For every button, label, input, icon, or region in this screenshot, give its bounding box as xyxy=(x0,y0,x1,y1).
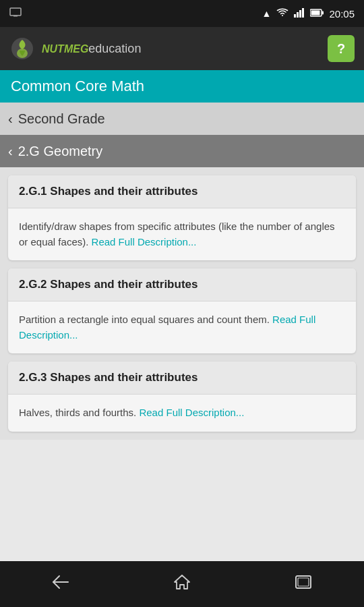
geometry-label: 2.G Geometry xyxy=(18,144,103,159)
second-grade-label: Second Grade xyxy=(18,111,105,127)
svg-rect-7 xyxy=(322,11,324,15)
svg-rect-5 xyxy=(302,8,304,18)
svg-rect-1 xyxy=(13,16,18,17)
logo-nutmeg-text: NUTMEG xyxy=(42,43,88,55)
back-icon xyxy=(51,575,70,594)
card-2g3-text: Halves, thirds and fourths. xyxy=(19,407,136,418)
svg-rect-12 xyxy=(298,578,309,586)
status-bar-left xyxy=(9,7,22,20)
card-2g3-read-more[interactable]: Read Full Description... xyxy=(139,407,244,418)
app-bar: NUTMEGeducation ? xyxy=(0,27,364,70)
home-button[interactable] xyxy=(162,571,202,598)
screen-icon xyxy=(9,7,22,20)
status-bar-right: ▲ 20:05 xyxy=(262,8,355,20)
card-2g2-header: 2.G.2 Shapes and their attributes xyxy=(8,268,356,301)
card-2g2-text: Partition a rectangle into equal squares… xyxy=(19,314,270,325)
card-2g1-read-more[interactable]: Read Full Description... xyxy=(92,236,197,248)
card-2g1-header: 2.G.1 Shapes and their attributes xyxy=(8,175,356,208)
second-grade-header[interactable]: ‹ Second Grade xyxy=(0,103,364,135)
svg-rect-0 xyxy=(10,8,21,16)
signal-icon xyxy=(294,8,305,20)
second-grade-chevron: ‹ xyxy=(8,111,13,127)
logo-education-text: education xyxy=(88,42,141,55)
app-logo: NUTMEGeducation xyxy=(9,36,141,61)
recents-button[interactable] xyxy=(283,571,324,598)
battery-icon xyxy=(310,8,324,19)
app-title: NUTMEGeducation xyxy=(42,42,141,56)
wifi-icon xyxy=(276,8,289,20)
geometry-chevron: ‹ xyxy=(8,144,13,159)
status-bar: ▲ 20:05 xyxy=(0,0,364,27)
card-2g2-body: Partition a rectangle into equal squares… xyxy=(8,301,356,353)
bluetooth-icon: ▲ xyxy=(262,8,272,19)
home-icon xyxy=(173,573,191,595)
card-2g3: 2.G.3 Shapes and their attributes Halves… xyxy=(8,362,356,432)
svg-rect-4 xyxy=(299,10,301,18)
common-core-math-header: Common Core Math xyxy=(0,70,364,103)
card-2g2: 2.G.2 Shapes and their attributes Partit… xyxy=(8,268,356,353)
help-button[interactable]: ? xyxy=(328,35,355,62)
recents-icon xyxy=(295,575,312,594)
card-2g1: 2.G.1 Shapes and their attributes Identi… xyxy=(8,175,356,260)
back-button[interactable] xyxy=(40,571,81,598)
common-core-math-title: Common Core Math xyxy=(11,78,144,95)
card-2g1-body: Identify/draw shapes from specific attri… xyxy=(8,208,356,260)
svg-rect-3 xyxy=(297,12,299,18)
nutmeg-logo-icon xyxy=(9,36,35,61)
status-time: 20:05 xyxy=(329,8,355,20)
svg-rect-8 xyxy=(311,11,320,16)
card-2g3-body: Halves, thirds and fourths. Read Full De… xyxy=(8,395,356,432)
svg-rect-2 xyxy=(294,14,296,18)
geometry-header[interactable]: ‹ 2.G Geometry xyxy=(0,135,364,167)
bottom-navigation xyxy=(0,561,364,607)
card-2g3-header: 2.G.3 Shapes and their attributes xyxy=(8,362,356,395)
content-area: 2.G.1 Shapes and their attributes Identi… xyxy=(0,167,364,440)
